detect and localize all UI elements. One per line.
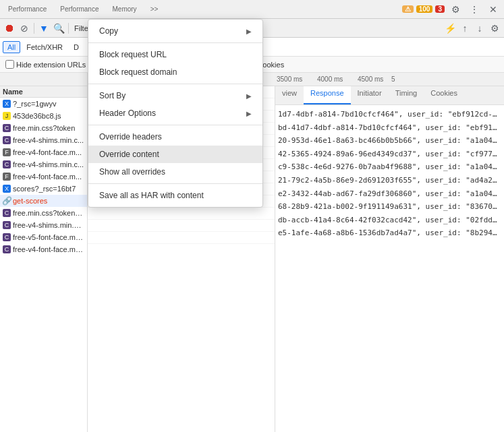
timeline-row-12	[88, 220, 275, 232]
menu-copy-label: Copy	[99, 26, 118, 36]
menu-block-url-label: Block request URL	[99, 50, 167, 59]
warning-count: 100	[416, 5, 433, 13]
menu-item-override-content[interactable]: Override content	[88, 146, 262, 163]
item-text-12: free-v5-font-face.min.css?token=453de36.…	[13, 233, 84, 241]
item-icon-2: J	[3, 112, 11, 120]
error-count: 3	[435, 5, 445, 13]
item-icon-6: C	[3, 160, 11, 168]
network-item-10[interactable]: C free.min.css?token=453de36bc8	[0, 207, 87, 219]
network-item-5[interactable]: F free-v4-font-face.m...	[0, 146, 87, 158]
network-item-3[interactable]: C free.min.css?token	[0, 122, 87, 134]
export-button[interactable]: ↓	[473, 22, 486, 35]
network-item-4[interactable]: C free-v4-shims.min.c...	[0, 134, 87, 146]
hide-extension-label: Hide extension URLs	[16, 61, 86, 69]
filter-button[interactable]: ▼	[37, 22, 51, 35]
item-text-2: 453de36bc8.js	[13, 112, 61, 120]
item-icon-7: F	[3, 173, 11, 181]
tab-cookies[interactable]: Cookies	[424, 86, 464, 104]
timeline-row-13	[88, 232, 275, 244]
item-text-10: free.min.css?token=453de36bc8	[13, 209, 84, 217]
hide-extension-checkbox-input[interactable]	[5, 60, 14, 69]
item-icon-11: C	[3, 221, 11, 229]
network-panel: Name X ?_rsc=1gwyv J 453de36bc8.js C fre…	[0, 86, 88, 432]
menu-item-show-overrides[interactable]: Show all overrides	[88, 163, 262, 181]
tab-performance[interactable]: Performance	[55, 2, 104, 17]
right-content: 1d7-4dbf-a814-7bd10cfcf464", user_id: "e…	[275, 105, 504, 432]
header-options-arrow: ▶	[246, 110, 252, 117]
item-text-13: free-v4-font-face.min.css?token=453de36.…	[13, 245, 84, 253]
gear-button[interactable]: ⚙	[447, 1, 464, 18]
menu-item-copy[interactable]: Copy ▶	[88, 22, 262, 40]
search-button[interactable]: 🔍	[52, 22, 65, 35]
close-button[interactable]: ✕	[485, 1, 501, 18]
menu-block-domain-label: Block request domain	[99, 67, 177, 77]
network-name-header: Name	[0, 86, 87, 98]
item-text-7: free-v4-font-face.m...	[13, 173, 82, 181]
filter-doc[interactable]: D	[69, 41, 84, 53]
network-item-13[interactable]: C free-v4-font-face.min.css?token=453de3…	[0, 243, 87, 255]
network-item-9[interactable]: 🔗 get-scores	[0, 195, 87, 207]
warning-badge: ⚠	[402, 5, 414, 13]
clear-button[interactable]: ⊘	[18, 22, 31, 35]
item-icon-8: X	[3, 185, 11, 193]
preserve-log-icon[interactable]: ⚡	[443, 22, 457, 35]
mark-4000ms: 4000 ms	[317, 75, 343, 83]
sort-arrow: ▶	[246, 92, 252, 100]
content-line-10: e5-1afe-4a68-a8b6-1536db7ad4a7", user_id…	[278, 226, 501, 240]
tab-memory[interactable]: Memory	[107, 2, 142, 17]
network-item-11[interactable]: C free-v4-shims.min.css?token=453de36bc8	[0, 219, 87, 231]
hide-extension-urls-checkbox[interactable]: Hide extension URLs	[5, 60, 86, 69]
menu-item-override-headers[interactable]: Override headers	[88, 128, 262, 146]
menu-item-sort-by[interactable]: Sort By ▶	[88, 87, 262, 104]
mark-5s: 5	[391, 75, 395, 83]
tab-timing[interactable]: Timing	[389, 86, 424, 104]
item-icon-4: C	[3, 136, 11, 144]
menu-item-block-url[interactable]: Block request URL	[88, 46, 262, 63]
item-icon-10: C	[3, 209, 11, 217]
network-item-6[interactable]: C free-v4-shims.min.c...	[0, 158, 87, 171]
tab-initiator[interactable]: Initiator	[351, 86, 389, 104]
item-text-5: free-v4-font-face.m...	[13, 148, 82, 156]
import-button[interactable]: ↑	[458, 22, 472, 35]
timeline-name-col	[0, 73, 88, 86]
tab-view[interactable]: view	[275, 86, 304, 104]
menu-show-overrides-label: Show all overrides	[99, 167, 165, 177]
item-icon-12: C	[3, 233, 11, 241]
right-tabs: view Response Initiator Timing Cookies	[275, 86, 504, 105]
more-button[interactable]: ⋮	[466, 1, 482, 18]
record-button[interactable]: ⏺	[3, 22, 16, 35]
network-item-1[interactable]: X ?_rsc=1gwyv	[0, 98, 87, 110]
item-text-4: free-v4-shims.min.c...	[13, 136, 84, 144]
network-item-8[interactable]: X scores?_rsc=16bt7	[0, 183, 87, 195]
menu-item-header-options[interactable]: Header Options ▶	[88, 104, 262, 122]
item-text-8: scores?_rsc=16bt7	[13, 185, 76, 193]
menu-item-block-domain[interactable]: Block request domain	[88, 63, 262, 81]
item-text-11: free-v4-shims.min.css?token=453de36bc8	[13, 221, 84, 229]
tab-elements[interactable]: Performance	[3, 2, 52, 17]
settings-button[interactable]: ⚙	[488, 22, 501, 35]
item-icon-1: X	[3, 100, 11, 108]
content-line-1: 1d7-4dbf-a814-7bd10cfcf464", user_id: "e…	[278, 108, 501, 121]
separator-after-copy	[88, 42, 262, 43]
top-right-icons: ⚠ 100 3 ⚙ ⋮ ✕	[402, 1, 501, 18]
tab-response[interactable]: Response	[304, 86, 351, 104]
context-menu: Copy ▶ Block request URL Block request d…	[88, 19, 263, 208]
mark-3500ms: 3500 ms	[277, 75, 302, 83]
content-line-5: c9-538c-4e6d-9276-0b7aab4f9688", user_id…	[278, 160, 501, 174]
filter-all[interactable]: All	[3, 41, 20, 53]
item-icon-5: F	[3, 148, 11, 156]
network-item-2[interactable]: J 453de36bc8.js	[0, 110, 87, 122]
network-item-7[interactable]: F free-v4-font-face.m...	[0, 171, 87, 183]
network-item-12[interactable]: C free-v5-font-face.min.css?token=453de3…	[0, 231, 87, 243]
devtools-topbar: Performance Performance Memory >> ⚠ 100 …	[0, 0, 504, 19]
content-line-3: 20-953d-46e1-8a63-bc466b0b5b66", user_id…	[278, 134, 501, 148]
tab-more[interactable]: >>	[145, 2, 164, 17]
content-line-8: 68-28b9-421a-b002-9f191149a631", user_id…	[278, 200, 501, 214]
content-line-2: bd-41d7-4dbf-a814-7bd10cfcf464", user_id…	[278, 121, 501, 135]
filter-fetch-xhr[interactable]: Fetch/XHR	[22, 41, 67, 53]
content-line-6: 21-79c2-4a5b-86e9-2d691203f655", user_id…	[278, 174, 501, 187]
menu-item-save-har[interactable]: Save all as HAR with content	[88, 187, 262, 204]
separator-1	[34, 23, 34, 34]
item-icon-9: 🔗	[3, 197, 11, 205]
item-icon-13: C	[3, 245, 11, 253]
